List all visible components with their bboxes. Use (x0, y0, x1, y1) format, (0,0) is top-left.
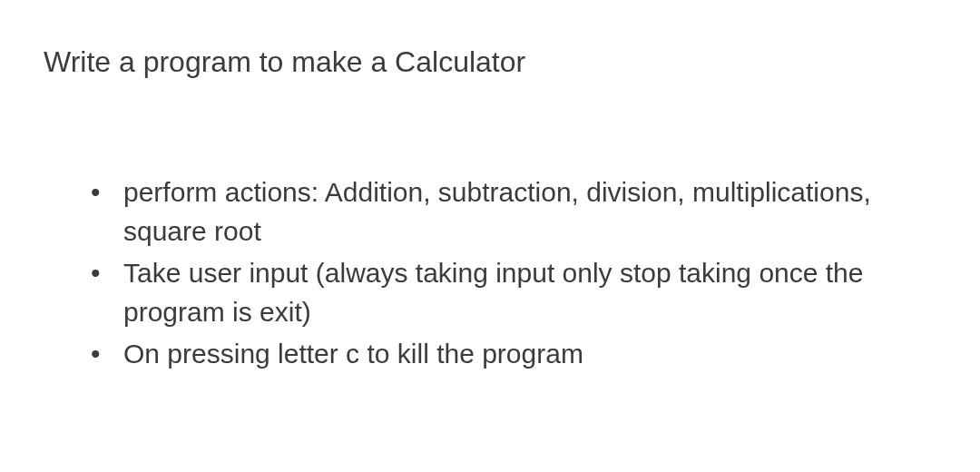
page-title: Write a program to make a Calculator (44, 44, 936, 82)
requirements-list: perform actions: Addition, subtraction, … (44, 172, 936, 374)
list-item: Take user input (always taking input onl… (91, 253, 936, 332)
list-item: perform actions: Addition, subtraction, … (91, 172, 936, 251)
list-item: On pressing letter c to kill the program (91, 334, 936, 374)
